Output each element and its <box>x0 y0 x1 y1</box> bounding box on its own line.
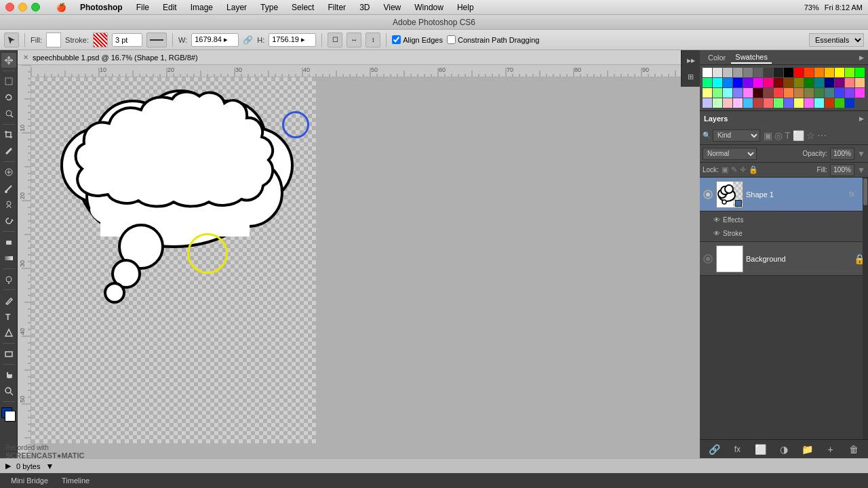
tab-close-btn[interactable]: ✕ <box>23 54 28 61</box>
color-swatch[interactable] <box>753 68 763 77</box>
canvas-tab[interactable]: ✕ speechbubble 1.psd @ 16.7% (Shape 1, R… <box>18 50 700 65</box>
status-arrow[interactable]: ▶ <box>5 462 11 470</box>
blend-mode-select[interactable]: Normal <box>703 148 757 160</box>
color-swatch[interactable] <box>733 98 743 108</box>
color-swatch[interactable] <box>753 88 763 98</box>
menu-photoshop[interactable]: Photoshop <box>77 3 125 12</box>
stroke-options-btn[interactable] <box>146 33 167 47</box>
color-swatch[interactable] <box>764 68 773 77</box>
color-swatch[interactable] <box>794 78 804 87</box>
color-swatch[interactable] <box>774 88 783 98</box>
canvas-container[interactable] <box>31 77 700 458</box>
history-brush-tool[interactable] <box>1 214 16 228</box>
filter-smart-btn[interactable]: ☆ <box>806 130 815 141</box>
path-ops-btn1[interactable]: ☐ <box>328 33 342 47</box>
color-swatch[interactable] <box>825 98 834 108</box>
color-swatch[interactable] <box>825 68 834 77</box>
layers-scrollbar[interactable] <box>863 178 868 439</box>
selection-tool-btn[interactable] <box>4 33 19 47</box>
color-swatch[interactable] <box>703 78 712 87</box>
color-swatch[interactable] <box>845 78 854 87</box>
color-swatch[interactable] <box>774 98 783 108</box>
color-swatch[interactable] <box>703 88 712 98</box>
path-ops-btn3[interactable]: ↕ <box>366 33 380 47</box>
swatches-tab[interactable]: Swatches <box>731 52 772 64</box>
color-swatch[interactable] <box>835 98 844 108</box>
delete-layer-btn[interactable]: 🗑 <box>847 443 861 456</box>
eyedropper-tool[interactable] <box>1 144 16 159</box>
color-swatch[interactable] <box>764 78 773 87</box>
color-swatch[interactable] <box>774 78 783 87</box>
lock-move-btn[interactable]: ✛ <box>740 165 746 174</box>
color-swatch[interactable] <box>855 78 865 87</box>
color-swatch[interactable] <box>814 68 824 77</box>
effects-eye-btn[interactable]: 👁 <box>713 216 720 224</box>
color-swatch[interactable] <box>814 88 824 98</box>
color-swatch[interactable] <box>713 78 722 87</box>
color-swatch[interactable] <box>794 68 804 77</box>
gradient-tool[interactable] <box>1 251 16 266</box>
color-panel-arrow[interactable]: ▶ <box>859 54 864 61</box>
add-mask-btn[interactable]: ⬜ <box>754 443 768 456</box>
path-ops-btn2[interactable]: ↔ <box>347 33 361 47</box>
color-swatch[interactable] <box>835 68 844 77</box>
color-swatch[interactable] <box>855 68 865 77</box>
clone-tool[interactable] <box>1 197 16 212</box>
color-swatch[interactable] <box>733 68 743 77</box>
status-info-btn[interactable]: ▼ <box>45 462 54 471</box>
menu-apple[interactable]: 🍎 <box>54 3 69 12</box>
layer-effects-btn[interactable]: fx <box>730 443 744 456</box>
color-swatch[interactable] <box>804 68 814 77</box>
scrollbar-thumb[interactable] <box>863 178 867 205</box>
opacity-field[interactable] <box>830 148 854 160</box>
color-swatch[interactable] <box>723 98 732 108</box>
color-swatch[interactable] <box>713 98 722 108</box>
color-swatch[interactable] <box>743 88 753 98</box>
color-swatch[interactable] <box>743 78 753 87</box>
layer-eye-bg[interactable] <box>703 253 713 264</box>
pen-tool[interactable] <box>1 293 16 308</box>
new-layer-btn[interactable]: + <box>824 443 837 456</box>
color-swatch[interactable] <box>764 88 773 98</box>
color-swatch[interactable] <box>753 98 763 108</box>
menu-file[interactable]: File <box>134 3 152 12</box>
menu-type[interactable]: Type <box>258 3 281 12</box>
color-swatch[interactable] <box>804 78 814 87</box>
color-swatch[interactable] <box>703 98 712 108</box>
crop-tool[interactable] <box>1 127 16 142</box>
color-swatch[interactable] <box>784 98 793 108</box>
color-swatch[interactable] <box>835 88 844 98</box>
filter-pixel-btn[interactable]: ▣ <box>764 130 772 141</box>
workspace-selector[interactable]: Essentials <box>809 33 864 47</box>
fill-color-swatch[interactable] <box>46 33 61 47</box>
foreground-color[interactable] <box>1 407 16 422</box>
mini-bridge-tab[interactable]: Mini Bridge <box>5 475 54 486</box>
color-swatch[interactable] <box>794 88 804 98</box>
color-swatch[interactable] <box>703 68 712 77</box>
menu-window[interactable]: Window <box>412 3 446 12</box>
lock-position-btn[interactable]: ✎ <box>731 165 737 174</box>
color-swatch[interactable] <box>784 88 793 98</box>
color-swatch[interactable] <box>814 78 824 87</box>
color-swatch[interactable] <box>825 78 834 87</box>
color-swatch[interactable] <box>743 68 753 77</box>
zoom-tool[interactable] <box>1 384 16 399</box>
menu-image[interactable]: Image <box>188 3 216 12</box>
close-button[interactable] <box>5 3 14 12</box>
align-edges-checkbox[interactable] <box>392 35 401 44</box>
color-swatch[interactable] <box>804 98 814 108</box>
color-swatch[interactable] <box>723 88 732 98</box>
color-swatch[interactable] <box>814 98 824 108</box>
menu-view[interactable]: View <box>380 3 403 12</box>
filter-more-btn[interactable]: ⋯ <box>817 130 827 141</box>
color-swatch[interactable] <box>723 78 732 87</box>
stroke-eye-btn[interactable]: 👁 <box>713 230 720 237</box>
stroke-color-swatch[interactable] <box>93 33 108 47</box>
color-swatch[interactable] <box>713 68 722 77</box>
lock-all-btn[interactable]: 🔒 <box>749 165 758 174</box>
layer-filter-select[interactable]: Kind <box>713 129 760 142</box>
color-swatch[interactable] <box>764 98 773 108</box>
filter-adj-btn[interactable]: ◎ <box>774 130 783 141</box>
shape-tool[interactable] <box>1 346 16 361</box>
layers-panel-arrow[interactable]: ▶ <box>859 115 864 122</box>
